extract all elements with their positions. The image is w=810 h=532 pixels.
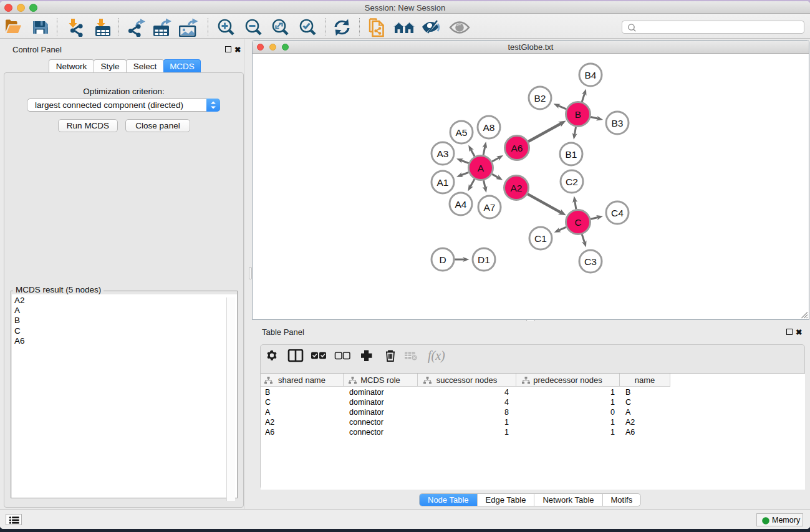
svg-text:B: B [575, 109, 581, 120]
svg-text:A8: A8 [483, 122, 495, 133]
svg-text:C: C [574, 217, 581, 228]
svg-text:B1: B1 [566, 149, 577, 160]
svg-text:A2: A2 [511, 183, 523, 193]
svg-text:A5: A5 [456, 127, 468, 138]
svg-text:A4: A4 [455, 199, 467, 210]
svg-text:B4: B4 [585, 70, 597, 80]
svg-text:B3: B3 [612, 118, 624, 128]
svg-text:B2: B2 [534, 93, 546, 104]
svg-text:C2: C2 [566, 177, 578, 187]
svg-text:A1: A1 [437, 177, 449, 188]
svg-text:D: D [439, 254, 446, 265]
svg-text:f(x): f(x) [428, 349, 445, 363]
svg-text:A7: A7 [484, 202, 496, 213]
svg-text:A: A [478, 163, 485, 173]
svg-text:C4: C4 [611, 208, 624, 218]
svg-text:D1: D1 [478, 254, 490, 265]
svg-text:C1: C1 [534, 233, 547, 244]
svg-text:A6: A6 [511, 143, 523, 153]
svg-text:C3: C3 [584, 256, 597, 267]
svg-text:A3: A3 [437, 148, 449, 159]
